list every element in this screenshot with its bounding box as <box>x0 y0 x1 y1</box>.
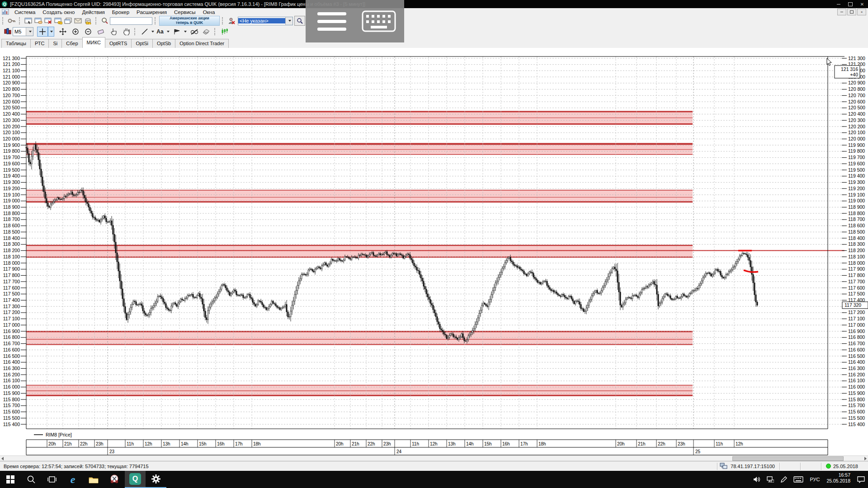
instrument-combo[interactable]: <Не указан> <box>238 17 293 25</box>
minimize-button[interactable] <box>833 0 844 8</box>
overlay-menu-button[interactable] <box>317 8 346 35</box>
timeframe-combo-arrow[interactable] <box>26 28 33 36</box>
svg-text:+40: +40 <box>850 72 858 77</box>
taskbar-settings-button[interactable] <box>146 471 166 488</box>
line-tool-button[interactable] <box>140 27 150 36</box>
scroll-left-arrow-icon[interactable] <box>1 457 4 460</box>
tab-микс[interactable]: МИКС <box>82 37 105 48</box>
price-chart[interactable]: 121 300121 300121 200121 200121 100121 1… <box>0 49 868 457</box>
svg-text:117 500: 117 500 <box>3 291 20 296</box>
child-minimize-button[interactable] <box>837 9 846 15</box>
tab-optsb[interactable]: OptSb <box>152 39 175 48</box>
svg-text:120 000: 120 000 <box>3 136 20 141</box>
overlay-keyboard-button[interactable] <box>362 10 396 32</box>
pen-tray-button[interactable] <box>777 471 790 488</box>
toolbar-grip[interactable] <box>95 17 98 24</box>
zoom-in-button[interactable] <box>71 27 80 36</box>
touch-keyboard-button[interactable] <box>790 471 807 488</box>
language-indicator[interactable]: РУС <box>807 471 823 488</box>
taskbar-quik-button[interactable]: Q <box>125 471 146 488</box>
scroll-right-arrow-icon[interactable] <box>864 457 867 460</box>
tab-таблицы[interactable]: Таблицы <box>1 39 31 48</box>
svg-text:115 400: 115 400 <box>3 422 20 427</box>
toolbar-grip[interactable] <box>222 17 224 24</box>
hide-drawings-button[interactable] <box>189 27 199 36</box>
hand-point-icon <box>110 28 117 35</box>
create-quotes-window-button[interactable] <box>24 16 33 25</box>
taskbar-ie-button[interactable]: e <box>62 471 83 488</box>
toolbar-grip[interactable] <box>214 28 217 35</box>
tab-сбер[interactable]: Сбер <box>61 39 82 48</box>
menu-item-создать-окно[interactable]: Создать окно <box>39 9 78 15</box>
close-button[interactable]: ✕ <box>856 0 868 8</box>
menu-item-брокер[interactable]: Брокер <box>108 9 133 15</box>
toolbar-grip[interactable] <box>134 28 137 35</box>
menu-item-расширения[interactable]: Расширения <box>133 9 170 15</box>
connection-key-button[interactable] <box>7 16 17 25</box>
instrument-combo-value: <Не указан> <box>238 18 285 23</box>
pan-button[interactable] <box>58 27 68 36</box>
orders-window-button[interactable] <box>53 16 63 25</box>
search-button[interactable] <box>100 16 110 25</box>
chart-type-button[interactable] <box>3 27 13 36</box>
status-bar: Время сервера: 12:57:54; записей: 570473… <box>0 461 868 471</box>
menu-items: СистемаСоздать окноДействияБрокерРасшире… <box>11 9 218 15</box>
scrollbar-thumb[interactable] <box>732 456 844 461</box>
taskbar-snipping-button[interactable] <box>104 471 125 488</box>
tab-si[interactable]: Si <box>48 39 62 48</box>
svg-text:23: 23 <box>109 449 115 454</box>
action-center-button[interactable] <box>854 471 868 488</box>
toolbar-grip[interactable] <box>19 17 21 24</box>
maximize-button[interactable] <box>844 0 856 8</box>
tab-optsi[interactable]: OptSi <box>131 39 153 48</box>
menu-item-окна[interactable]: Окна <box>199 9 219 15</box>
us-stocks-banner[interactable]: Американские акции теперь в QUIK <box>159 16 220 26</box>
new-chart-button[interactable] <box>220 27 230 36</box>
tab-ртс[interactable]: РТС <box>30 39 49 48</box>
marker-tool-dropdown[interactable] <box>182 27 188 36</box>
crosshair-button[interactable] <box>37 27 48 37</box>
volume-button[interactable] <box>750 471 764 488</box>
instrument-combo-arrow[interactable] <box>285 17 292 25</box>
tab-optrts[interactable]: OptRTS <box>105 39 132 48</box>
svg-text:120 600: 120 600 <box>848 99 865 104</box>
find-instrument-button[interactable] <box>294 16 305 26</box>
tab-option-direct-trader[interactable]: Option Direct Trader <box>175 39 229 48</box>
menu-item-система[interactable]: Система <box>11 9 39 15</box>
taskbar-search-button[interactable] <box>21 471 42 488</box>
search-input[interactable] <box>110 17 152 25</box>
task-view-button[interactable] <box>42 471 62 488</box>
svg-text:115 400: 115 400 <box>848 422 865 427</box>
close-window-button[interactable] <box>43 16 53 25</box>
chart-horizontal-scrollbar[interactable] <box>0 455 868 461</box>
create-chart-window-button[interactable] <box>33 16 43 25</box>
line-tool-dropdown[interactable] <box>150 27 155 36</box>
timeframe-combo[interactable]: M5 <box>13 27 33 36</box>
eraser-button[interactable] <box>96 27 106 36</box>
text-tool-button[interactable]: Aa <box>155 27 165 36</box>
portfolio-button[interactable] <box>83 16 93 25</box>
zoom-out-button[interactable] <box>83 27 93 36</box>
svg-text:15h: 15h <box>484 441 492 446</box>
menu-item-сервисы[interactable]: Сервисы <box>170 9 199 15</box>
banner-line2: теперь в QUIK <box>160 21 219 25</box>
text-tool-dropdown[interactable] <box>165 27 170 36</box>
layers-button[interactable] <box>201 27 211 36</box>
taskbar-clock[interactable]: 16:57 25.05.2018 <box>823 470 854 488</box>
toolbar-grip[interactable] <box>155 17 157 24</box>
marker-tool-button[interactable] <box>172 27 182 36</box>
drag-hand-button[interactable] <box>121 27 131 36</box>
pointer-hand-button[interactable] <box>108 27 118 36</box>
candlestick-chart-canvas[interactable]: 121 300121 300121 200121 200121 100121 1… <box>0 49 868 455</box>
messages-button[interactable] <box>73 16 83 25</box>
start-button[interactable] <box>0 471 21 488</box>
copy-window-button[interactable] <box>63 16 73 25</box>
client-filter-button[interactable] <box>226 16 236 25</box>
network-tray-button[interactable] <box>764 471 777 488</box>
child-restore-button[interactable] <box>847 9 856 15</box>
child-close-button[interactable]: × <box>857 9 866 15</box>
taskbar-explorer-button[interactable] <box>83 471 104 488</box>
menu-item-действия[interactable]: Действия <box>78 9 108 15</box>
toolbar-grip[interactable] <box>2 17 5 24</box>
crosshair-dropdown[interactable] <box>48 27 54 37</box>
